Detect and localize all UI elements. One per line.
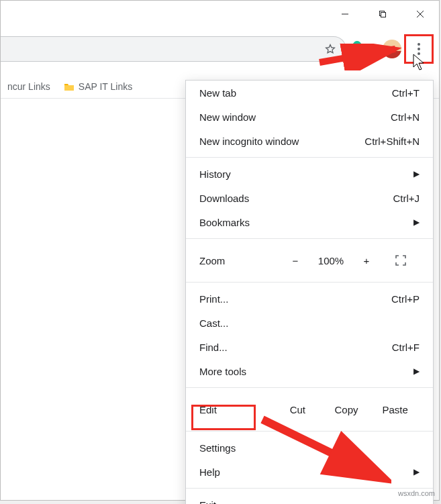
zoom-out-button[interactable]: − [280,255,311,266]
close-button[interactable] [401,1,439,28]
annotation-highlight-menu-button [404,34,434,64]
chevron-right-icon: ▶ [413,217,420,227]
extension-badge: off [348,52,358,60]
extension-icon-grammarly[interactable]: off [352,38,373,60]
chevron-right-icon: ▶ [413,467,420,476]
menu-new-window[interactable]: New window Ctrl+N [186,105,433,129]
menu-incognito[interactable]: New incognito window Ctrl+Shift+N [186,129,433,153]
menu-find[interactable]: Find... Ctrl+F [186,335,433,359]
svg-rect-2 [381,13,386,17]
menu-history[interactable]: History ▶ [186,162,433,186]
zoom-in-button[interactable]: + [351,255,382,266]
zoom-level: 100% [311,255,351,266]
menu-help[interactable]: Help ▶ [186,460,433,484]
menu-print[interactable]: Print... Ctrl+P [186,287,433,311]
watermark: wsxdn.com [398,489,435,497]
minimize-button[interactable] [326,1,364,28]
bookmark-label: SAP IT Links [79,81,132,92]
maximize-button[interactable] [364,1,401,28]
chrome-menu-button[interactable] [405,36,432,62]
menu-zoom: Zoom − 100% + [186,243,433,278]
chevron-right-icon: ▶ [413,169,420,179]
bookmark-folder-1[interactable]: ncur Links [1,81,57,92]
fullscreen-button[interactable] [382,254,420,266]
edit-cut[interactable]: Cut [273,404,322,415]
menu-settings[interactable]: Settings [186,436,433,460]
profile-avatar[interactable] [383,40,401,58]
omnibox[interactable] [1,36,346,62]
chevron-right-icon: ▶ [413,366,420,376]
folder-icon [64,82,75,91]
menu-more-tools[interactable]: More tools ▶ [186,359,433,383]
edit-copy[interactable]: Copy [322,404,371,415]
menu-downloads[interactable]: Downloads Ctrl+J [186,186,433,210]
menu-new-tab[interactable]: New tab Ctrl+T [186,81,433,105]
menu-edit-row: Edit Cut Copy Paste [186,392,433,427]
edit-paste[interactable]: Paste [371,404,420,415]
bookmark-folder-2[interactable]: SAP IT Links [57,81,139,92]
bookmark-star-icon[interactable] [324,43,336,55]
menu-cast[interactable]: Cast... [186,311,433,335]
menu-bookmarks[interactable]: Bookmarks ▶ [186,210,433,234]
menu-exit[interactable]: Exit [186,493,433,504]
bookmark-label: ncur Links [7,81,50,92]
chrome-menu: New tab Ctrl+T New window Ctrl+N New inc… [185,80,434,504]
